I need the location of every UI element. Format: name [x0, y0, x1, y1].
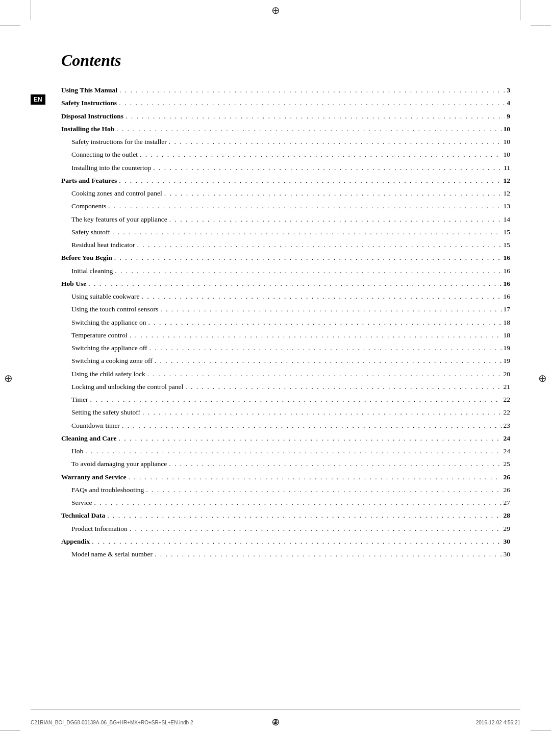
toc-dots-safety-instructions-installer	[169, 137, 502, 147]
toc-page-installing-into-countertop: 11	[504, 163, 510, 173]
toc-item-safety-instructions: Safety Instructions4	[61, 98, 510, 108]
toc-item-setting-safety-shutoff: Setting the safety shutoff22	[61, 407, 510, 418]
toc-item-warranty-and-service: Warranty and Service26	[61, 472, 510, 482]
toc-dots-key-features	[169, 214, 502, 225]
toc-item-faqs-troubleshooting: FAQs and troubleshooting26	[61, 485, 510, 495]
toc-label-safety-instructions: Safety Instructions	[61, 98, 117, 108]
toc-item-initial-cleaning: Initial cleaning16	[61, 266, 510, 276]
toc-label-switching-cooking-zone-off: Switching a cooking zone off	[71, 356, 153, 366]
toc-item-switching-appliance-on: Switching the appliance on18	[61, 318, 510, 328]
toc-dots-residual-heat	[137, 240, 501, 250]
toc-label-connecting-to-outlet: Connecting to the outlet	[71, 150, 138, 160]
toc-dots-safety-instructions	[119, 98, 505, 108]
toc-item-timer: Timer22	[61, 395, 510, 405]
toc-page-switching-appliance-on: 18	[504, 318, 511, 328]
toc-page-components: 13	[504, 201, 511, 211]
toc-item-avoid-damaging: To avoid damaging your appliance25	[61, 459, 510, 469]
toc-dots-suitable-cookware	[141, 291, 501, 302]
toc-item-appendix: Appendix30	[61, 536, 510, 547]
toc-item-touch-control-sensors: Using the touch control sensors17	[61, 304, 510, 314]
toc-label-temperature-control: Temperature control	[71, 330, 128, 340]
side-border-top-left	[0, 26, 20, 26]
content-area: Contents Using This Manual3Safety Instru…	[61, 51, 510, 695]
toc-page-before-you-begin: 16	[504, 253, 511, 263]
toc-label-before-you-begin: Before You Begin	[61, 253, 112, 263]
toc-dots-components	[108, 201, 501, 211]
toc-dots-faqs-troubleshooting	[146, 485, 501, 495]
toc-page-hob-use: 16	[504, 279, 511, 289]
toc-page-technical-data: 28	[504, 510, 511, 521]
toc-page-setting-safety-shutoff: 22	[504, 407, 511, 418]
language-badge: EN	[31, 94, 45, 105]
toc-item-installing-into-countertop: Installing into the countertop11	[61, 163, 510, 173]
toc-item-disposal-instructions: Disposal Instructions9	[61, 111, 510, 121]
toc-dots-cooking-zones	[164, 188, 502, 199]
toc-dots-service	[94, 498, 501, 508]
toc-label-service: Service	[71, 498, 92, 508]
toc-item-hob: Hob24	[61, 446, 510, 456]
toc-item-residual-heat: Residual heat indicator15	[61, 240, 510, 250]
toc-label-cooking-zones: Cooking zones and control panel	[71, 188, 162, 199]
toc-item-technical-data: Technical Data28	[61, 510, 510, 521]
page-number: 2	[274, 718, 278, 725]
toc-item-hob-use: Hob Use16	[61, 279, 510, 289]
toc-dots-using-this-manual	[119, 85, 505, 95]
toc-label-locking-unlocking: Locking and unlocking the control panel	[71, 382, 183, 392]
toc-item-cleaning-and-care: Cleaning and Care24	[61, 433, 510, 444]
toc-item-key-features: The key features of your appliance14	[61, 214, 510, 225]
toc-page-child-safety-lock: 20	[504, 369, 511, 379]
toc-label-using-this-manual: Using This Manual	[61, 85, 117, 95]
toc-item-installing-the-hob: Installing the Hob10	[61, 124, 510, 134]
toc-page-warranty-and-service: 26	[504, 472, 511, 482]
toc-dots-locking-unlocking	[185, 382, 501, 392]
toc-label-setting-safety-shutoff: Setting the safety shutoff	[71, 407, 140, 418]
toc-dots-initial-cleaning	[115, 266, 501, 276]
toc-label-hob-use: Hob Use	[61, 279, 86, 289]
toc-dots-before-you-begin	[114, 253, 502, 263]
toc-dots-child-safety-lock	[147, 369, 502, 379]
registration-mark-right: ⊕	[538, 372, 547, 384]
toc-label-product-information: Product Information	[71, 524, 128, 534]
toc-label-key-features: The key features of your appliance	[71, 214, 167, 225]
registration-mark-top: ⊕	[271, 4, 280, 16]
toc-item-model-name-serial: Model name & serial number30	[61, 549, 510, 559]
toc-page-locking-unlocking: 21	[504, 382, 511, 392]
toc-dots-safety-shutoff	[112, 227, 502, 237]
page-title: Contents	[61, 51, 510, 70]
toc-label-timer: Timer	[71, 395, 88, 405]
toc-item-suitable-cookware: Using suitable cookware16	[61, 291, 510, 302]
toc-label-child-safety-lock: Using the child safety lock	[71, 369, 145, 379]
toc-dots-avoid-damaging	[169, 459, 501, 469]
toc-dots-countdown-timer	[122, 421, 502, 431]
toc-item-service: Service27	[61, 498, 510, 508]
toc-dots-product-information	[130, 524, 502, 534]
toc-item-using-this-manual: Using This Manual3	[61, 85, 510, 95]
toc-dots-switching-appliance-on	[148, 318, 502, 328]
footer-line	[31, 710, 520, 710]
toc-page-cooking-zones: 12	[504, 188, 511, 199]
toc-label-installing-into-countertop: Installing into the countertop	[71, 163, 151, 173]
side-border-top-right	[531, 26, 551, 26]
toc-dots-connecting-to-outlet	[140, 150, 501, 160]
toc-page-suitable-cookware: 16	[504, 291, 511, 302]
side-border-bottom-right	[531, 730, 551, 730]
toc-page-appendix: 30	[504, 536, 511, 547]
toc-dots-touch-control-sensors	[160, 304, 501, 314]
toc-page-connecting-to-outlet: 10	[504, 150, 511, 160]
toc-label-disposal-instructions: Disposal Instructions	[61, 111, 123, 121]
toc-item-child-safety-lock: Using the child safety lock20	[61, 369, 510, 379]
top-border-left	[31, 0, 31, 20]
toc-page-switching-appliance-off: 19	[504, 343, 511, 353]
toc-label-touch-control-sensors: Using the touch control sensors	[71, 304, 158, 314]
toc-page-safety-instructions: 4	[507, 98, 510, 108]
toc-dots-model-name-serial	[155, 549, 502, 559]
toc-dots-installing-the-hob	[116, 124, 501, 134]
toc-item-connecting-to-outlet: Connecting to the outlet10	[61, 150, 510, 160]
toc-page-initial-cleaning: 16	[504, 266, 511, 276]
footer-right: 2016-12-02 4:56:21	[476, 720, 520, 725]
toc-dots-timer	[90, 395, 502, 405]
toc-label-components: Components	[71, 201, 106, 211]
toc-label-avoid-damaging: To avoid damaging your appliance	[71, 459, 167, 469]
side-border-bottom-left	[0, 730, 20, 730]
toc-item-components: Components13	[61, 201, 510, 211]
